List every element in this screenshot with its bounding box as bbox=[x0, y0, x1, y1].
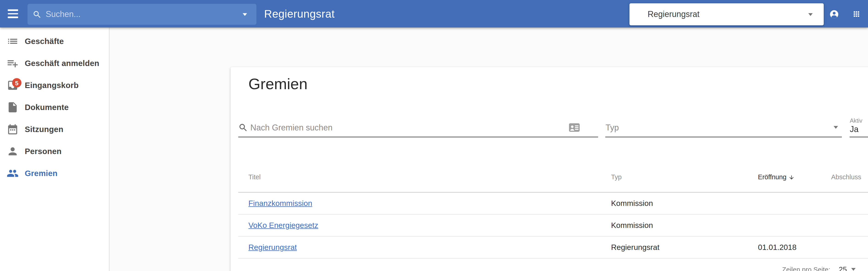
gremium-link[interactable]: VoKo Energiegesetz bbox=[249, 220, 318, 229]
global-search-input[interactable]: Suchen... bbox=[28, 4, 256, 25]
table-row: VoKo Energiegesetz Kommission bbox=[230, 214, 868, 236]
aktiv-select-label: Aktiv bbox=[850, 117, 863, 124]
sidebar-item-label: Geschäft anmelden bbox=[25, 59, 99, 68]
column-header-abschluss[interactable]: Abschluss bbox=[831, 172, 861, 183]
app-root: Suchen... Regierungsrat Regierungsrat Ge… bbox=[0, 0, 868, 271]
sidebar-item-geschaefte[interactable]: Geschäfte bbox=[0, 30, 109, 52]
content-card: Gremien Nach Gremien suchen Typ bbox=[230, 67, 868, 271]
typ-field-underline bbox=[605, 137, 842, 137]
page-title: Gremien bbox=[249, 74, 308, 94]
rows-per-page-label: Zeilen pro Seite: bbox=[782, 266, 830, 271]
typ-select-placeholder: Typ bbox=[606, 122, 619, 133]
gremium-link[interactable]: Regierungsrat bbox=[249, 243, 297, 251]
column-header-eroeffnung[interactable]: Eröffnung bbox=[758, 172, 795, 183]
row-divider bbox=[238, 258, 868, 259]
column-header-typ[interactable]: Typ bbox=[611, 172, 622, 183]
column-header-eroeffnung-label: Eröffnung bbox=[758, 173, 786, 181]
sidebar-item-label: Gremien bbox=[25, 169, 58, 178]
rows-per-page-caret-icon[interactable] bbox=[851, 268, 856, 271]
apps-grid-icon[interactable] bbox=[852, 10, 861, 18]
search-field-underline bbox=[238, 137, 598, 137]
eroeffnung-cell: 01.01.2018 bbox=[758, 236, 797, 258]
playlist-add-icon bbox=[7, 57, 19, 69]
client-select[interactable]: Regierungsrat bbox=[629, 3, 824, 25]
main-area: Gremien Nach Gremien suchen Typ bbox=[110, 28, 868, 271]
sidebar-item-dokumente[interactable]: Dokumente bbox=[0, 96, 109, 118]
account-circle-icon[interactable] bbox=[829, 9, 839, 19]
sidebar-item-personen[interactable]: Personen bbox=[0, 140, 109, 162]
document-icon bbox=[7, 101, 19, 114]
search-icon bbox=[33, 10, 42, 19]
global-search-dropdown-icon[interactable] bbox=[243, 13, 247, 16]
sort-desc-icon bbox=[789, 174, 795, 180]
typ-cell: Regierungsrat bbox=[611, 236, 659, 258]
sidebar-item-label: Geschäfte bbox=[25, 37, 64, 46]
gremien-search-placeholder: Nach Gremien suchen bbox=[250, 122, 333, 133]
sidebar-item-gremien[interactable]: Gremien bbox=[0, 162, 109, 184]
sidebar: Geschäfte Geschäft anmelden Eingangskorb… bbox=[0, 28, 109, 271]
person-icon bbox=[7, 145, 19, 157]
typ-cell: Kommission bbox=[611, 192, 653, 214]
column-header-titel[interactable]: Titel bbox=[249, 172, 261, 183]
aktiv-field-underline bbox=[849, 137, 868, 137]
app-title: Regierungsrat bbox=[264, 0, 335, 28]
inbox-count-badge: 5 bbox=[12, 78, 22, 88]
table-row: Regierungsrat Regierungsrat 01.01.2018 bbox=[230, 236, 868, 258]
rows-per-page-select[interactable]: 25 bbox=[839, 265, 847, 271]
list-icon bbox=[7, 35, 19, 48]
typ-cell: Kommission bbox=[611, 214, 653, 236]
contact-card-icon[interactable] bbox=[568, 123, 580, 132]
sidebar-item-label: Personen bbox=[25, 147, 62, 156]
client-select-caret-icon bbox=[808, 13, 813, 16]
table-row: Finanzkommission Kommission bbox=[230, 192, 868, 214]
gremium-link[interactable]: Finanzkommission bbox=[249, 199, 312, 207]
calendar-icon bbox=[7, 123, 19, 136]
client-select-value: Regierungsrat bbox=[648, 3, 700, 25]
people-icon bbox=[7, 168, 19, 180]
sidebar-item-label: Eingangskorb bbox=[25, 81, 79, 90]
search-icon bbox=[238, 123, 248, 132]
sidebar-item-sitzungen[interactable]: Sitzungen bbox=[0, 118, 109, 140]
sidebar-item-label: Sitzungen bbox=[25, 125, 63, 134]
app-header: Suchen... Regierungsrat Regierungsrat bbox=[0, 0, 868, 28]
sidebar-item-geschaeft-anmelden[interactable]: Geschäft anmelden bbox=[0, 52, 109, 74]
sidebar-item-label: Dokumente bbox=[25, 103, 69, 112]
global-search-placeholder: Suchen... bbox=[45, 4, 81, 25]
menu-icon[interactable] bbox=[8, 9, 18, 18]
aktiv-select-value: Ja bbox=[850, 124, 859, 135]
typ-select-caret-icon bbox=[833, 126, 838, 129]
